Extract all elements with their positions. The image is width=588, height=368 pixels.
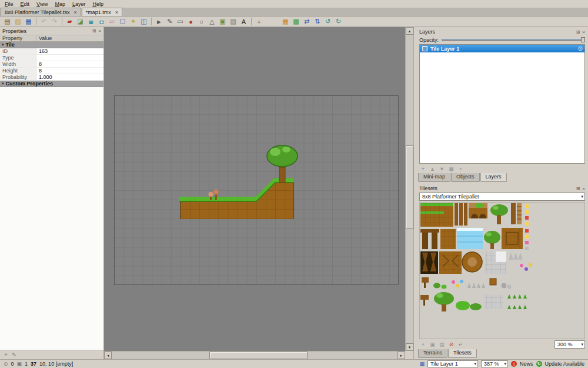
export-tileset-icon[interactable]: ▤ xyxy=(438,341,446,348)
float-panel-icon[interactable]: ⊞ xyxy=(576,186,580,191)
close-panel-icon[interactable]: × xyxy=(98,28,101,34)
embed-tileset-icon[interactable]: ▣ xyxy=(429,341,436,348)
open-file-icon[interactable]: ▨ xyxy=(13,17,23,26)
update-icon[interactable]: ↻ xyxy=(536,361,542,367)
menu-item-file[interactable]: File xyxy=(1,1,17,7)
property-row[interactable]: Width8 xyxy=(0,61,103,68)
layer-row[interactable]: ▦Tile Layer 1⊙ xyxy=(420,45,584,52)
tab-close-icon[interactable]: × xyxy=(74,10,77,15)
select-objects-icon[interactable]: ► xyxy=(154,17,164,26)
layer-visibility-icon[interactable]: ⊙ xyxy=(578,45,583,52)
property-value[interactable]: 163 xyxy=(36,48,103,54)
map-canvas[interactable] xyxy=(114,95,399,285)
raise-layer-icon[interactable]: ▲ xyxy=(429,165,436,173)
issues-icon[interactable]: ▣ xyxy=(17,361,22,367)
property-value[interactable]: 8 xyxy=(36,61,103,67)
tileset-selector[interactable]: 8x8 Platformer Tilepallet ▾ xyxy=(419,193,585,201)
property-value[interactable]: 8 xyxy=(36,68,103,74)
float-panel-icon[interactable]: ⊞ xyxy=(576,29,580,35)
tileset-zoom-combo[interactable]: 300 % ▾ xyxy=(554,340,585,349)
opacity-slider-handle[interactable] xyxy=(581,37,585,42)
new-map-icon[interactable]: ▤ xyxy=(2,17,12,26)
rotate-right-icon[interactable]: ↻ xyxy=(333,17,343,26)
vertical-scroll-thumb[interactable] xyxy=(406,145,413,229)
tab-map-file[interactable]: *map1.tmx × xyxy=(82,8,122,16)
menu-item-help[interactable]: Help xyxy=(89,1,107,7)
console-icon[interactable]: ⊙ xyxy=(4,361,8,367)
close-panel-icon[interactable]: × xyxy=(582,186,585,191)
menu-item-map[interactable]: Map xyxy=(51,1,69,7)
save-file-icon[interactable]: ▦ xyxy=(24,17,34,26)
property-row[interactable]: Type xyxy=(0,55,103,61)
property-value[interactable]: 1.000 xyxy=(36,74,103,80)
stamp-brush-icon[interactable]: ▰ xyxy=(65,17,75,26)
tileset-image[interactable] xyxy=(420,203,534,313)
remove-tileset-icon[interactable]: ⊘ xyxy=(447,341,455,348)
scroll-up-icon[interactable]: ▲ xyxy=(406,27,413,35)
insert-polygon-icon[interactable]: △ xyxy=(207,17,217,26)
eraser-icon[interactable]: ▱ xyxy=(107,17,117,26)
tab-layers[interactable]: Layers xyxy=(480,173,507,182)
close-panel-icon[interactable]: × xyxy=(582,29,585,35)
insert-rectangle-icon[interactable]: ▭ xyxy=(175,17,185,26)
duplicate-layer-icon[interactable]: ▣ xyxy=(447,165,455,173)
float-panel-icon[interactable]: ⊞ xyxy=(92,28,96,34)
tab-tileset-file[interactable]: 8x8 Platformer Tilepallet.tsx × xyxy=(1,8,81,16)
shape-fill-icon[interactable]: ◘ xyxy=(96,17,106,26)
insert-text-icon[interactable]: A xyxy=(239,17,249,26)
menu-item-view[interactable]: View xyxy=(33,1,51,7)
scroll-down-icon[interactable]: ▼ xyxy=(406,343,413,351)
insert-tile-icon[interactable]: ▣ xyxy=(218,17,228,26)
tileset-view[interactable] xyxy=(419,202,585,339)
flip-horizontal-icon[interactable]: ⇄ xyxy=(302,17,312,26)
rotate-left-icon[interactable]: ↺ xyxy=(323,17,333,26)
snap-to-grid-icon[interactable]: ▦ xyxy=(280,17,290,26)
property-group-custom-properties[interactable]: ▾Custom Properties xyxy=(0,81,103,87)
undo-icon[interactable]: ↶ xyxy=(39,17,49,26)
menu-item-edit[interactable]: Edit xyxy=(17,1,34,7)
vertical-scrollbar[interactable]: ▲ ▼ xyxy=(405,27,413,351)
edit-polygons-icon[interactable]: ✎ xyxy=(165,17,175,26)
same-tile-select-icon[interactable]: ◫ xyxy=(139,17,149,26)
tab-tilesets[interactable]: Tilesets xyxy=(448,349,477,358)
property-row[interactable]: Height8 xyxy=(0,68,103,74)
highlight-current-layer-icon[interactable]: ▩ xyxy=(291,17,301,26)
redo-icon[interactable]: ↷ xyxy=(49,17,59,26)
insert-point-icon[interactable]: ● xyxy=(186,17,196,26)
horizontal-scrollbar[interactable]: ◄ ► xyxy=(104,351,405,359)
rectangular-select-icon[interactable]: ☐ xyxy=(118,17,128,26)
update-label[interactable]: Update Available xyxy=(545,361,584,367)
lower-layer-icon[interactable]: ▼ xyxy=(438,165,446,173)
horizontal-scroll-thumb[interactable] xyxy=(209,352,308,359)
bucket-fill-icon[interactable]: ◙ xyxy=(86,17,96,26)
property-row[interactable]: Probability1.000 xyxy=(0,74,103,81)
terrain-brush-icon[interactable]: ◪ xyxy=(75,17,85,26)
opacity-slider[interactable] xyxy=(442,37,585,43)
tab-objects[interactable]: Objects xyxy=(451,173,480,182)
tab-close-icon[interactable]: × xyxy=(115,10,118,15)
crosshair-icon[interactable]: + xyxy=(254,17,264,26)
wrap-tiles-icon[interactable]: ↵ xyxy=(457,341,465,348)
tab-mini-map[interactable]: Mini-map xyxy=(418,173,450,182)
tab-terrains[interactable]: Terrains xyxy=(418,349,447,358)
flip-vertical-icon[interactable]: ⇅ xyxy=(312,17,322,26)
menu-item-layer[interactable]: Layer xyxy=(69,1,89,7)
status-layer-combo[interactable]: Tile Layer 1 ▾ xyxy=(427,360,478,367)
status-zoom-combo[interactable]: 387 % ▾ xyxy=(481,360,508,367)
map-view[interactable]: ▲ ▼ ◄ ► xyxy=(104,27,413,359)
new-tileset-icon[interactable]: + xyxy=(419,341,427,348)
edit-property-icon[interactable]: ✎ xyxy=(12,352,16,358)
property-group-tile[interactable]: ▾Tile xyxy=(0,42,103,48)
property-value[interactable] xyxy=(36,55,103,61)
news-icon[interactable]: ! xyxy=(511,361,517,367)
scroll-left-icon[interactable]: ◄ xyxy=(104,352,112,359)
insert-ellipse-icon[interactable]: ○ xyxy=(196,17,206,26)
news-label[interactable]: News xyxy=(520,361,533,367)
property-row[interactable]: ID163 xyxy=(0,48,103,55)
new-layer-icon[interactable]: + xyxy=(419,165,427,173)
magic-wand-icon[interactable]: ✦ xyxy=(128,17,138,26)
insert-template-icon[interactable]: ▧ xyxy=(228,17,238,26)
add-property-icon[interactable]: + xyxy=(4,352,8,358)
scroll-right-icon[interactable]: ► xyxy=(397,352,405,359)
remove-layer-icon[interactable]: × xyxy=(457,165,465,173)
